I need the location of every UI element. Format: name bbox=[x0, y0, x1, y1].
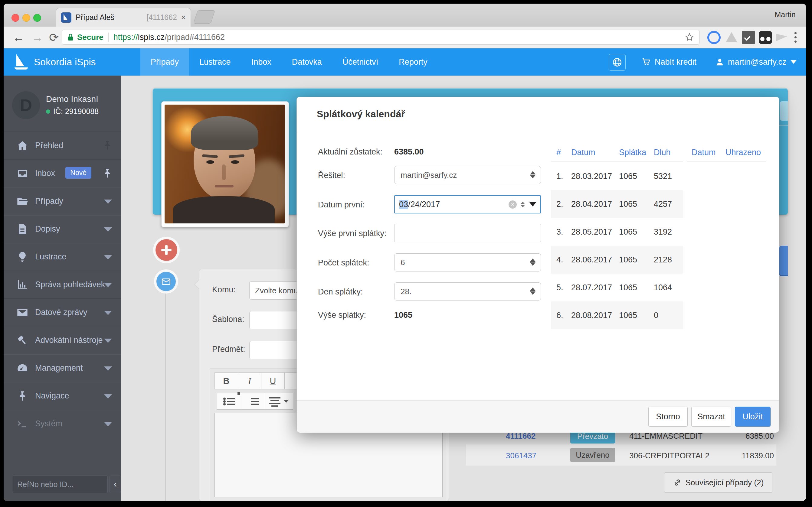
back-button[interactable]: ← bbox=[13, 26, 24, 48]
bullet-list-button[interactable] bbox=[217, 393, 241, 410]
schedule-cell: 5321 bbox=[654, 172, 672, 181]
case-name: 411-EMMASCREDIT bbox=[629, 432, 703, 441]
window-zoom-button[interactable] bbox=[33, 14, 41, 22]
underline-button[interactable]: U bbox=[261, 373, 285, 389]
schedule-row: 4.28.06.201710652128 bbox=[551, 246, 683, 274]
new-tab-button[interactable] bbox=[193, 10, 215, 23]
clear-date-icon[interactable]: × bbox=[509, 201, 517, 209]
chevron-down-icon bbox=[104, 227, 112, 232]
refno-search-input[interactable] bbox=[12, 475, 108, 493]
sidebar-item-datov-zpr-vy[interactable]: Datové zprávy bbox=[4, 298, 121, 326]
browser-profile-name[interactable]: Martin bbox=[775, 10, 796, 19]
pocet-splatek-label: Počet splátek: bbox=[318, 258, 391, 268]
chevron-down-icon bbox=[104, 283, 112, 287]
italic-button[interactable]: I bbox=[238, 373, 261, 389]
date-month-selected: 03 bbox=[399, 200, 408, 209]
sidebar-item-lustrace[interactable]: Lustrace bbox=[4, 243, 121, 271]
new-badge: Nové bbox=[65, 167, 91, 179]
status-dot-icon bbox=[46, 109, 50, 114]
schedule-header-datum[interactable]: Datum bbox=[571, 148, 595, 157]
buy-credit-button[interactable]: Nabít kredit bbox=[641, 48, 697, 75]
nav-item-p-pady[interactable]: Případy bbox=[140, 48, 189, 75]
bookmark-star-icon[interactable] bbox=[684, 32, 694, 42]
reload-button[interactable]: ⟳ bbox=[49, 26, 59, 48]
schedule-header-dluh[interactable]: Dluh bbox=[654, 148, 671, 157]
sidebar-item-dopisy[interactable]: Dopisy bbox=[4, 215, 121, 243]
main-menu: PřípadyLustraceInboxDatovkaÚčetnictvíRep… bbox=[140, 48, 438, 75]
language-globe-button[interactable] bbox=[609, 54, 626, 71]
case-header-button[interactable] bbox=[780, 101, 788, 121]
sidebar-item-label: Advokátní nástroje bbox=[35, 327, 103, 354]
sidebar-item-label: Případy bbox=[35, 187, 63, 215]
payments-header-datum[interactable]: Datum bbox=[692, 148, 716, 157]
page-primary-button-partial[interactable] bbox=[779, 246, 788, 276]
window-minimize-button[interactable] bbox=[22, 14, 30, 22]
extension-drive-icon[interactable] bbox=[725, 31, 738, 44]
bold-button[interactable]: B bbox=[214, 373, 238, 389]
org-name: Demo Inkasní bbox=[46, 94, 98, 104]
sidebar-item-p-ehled[interactable]: Přehled bbox=[4, 131, 121, 159]
vyse-prvni-input[interactable] bbox=[394, 224, 541, 242]
den-splatky-select[interactable]: 28. bbox=[394, 282, 541, 300]
sidebar-item-label: Systém bbox=[35, 410, 62, 438]
related-cases-button[interactable]: Související případy (2) bbox=[664, 472, 772, 493]
browser-tab[interactable]: Případ Aleš [4111662 × bbox=[56, 8, 191, 26]
nav-item-etnictv[interactable]: Účetnictví bbox=[332, 48, 389, 75]
ulozit-button[interactable]: Uložit bbox=[735, 407, 770, 427]
datum-prvni-input[interactable]: 03 /24/2017 × bbox=[394, 195, 541, 214]
date-spinner-icon[interactable] bbox=[520, 201, 525, 208]
sidebar-item-navigace[interactable]: Navigace bbox=[4, 382, 121, 410]
schedule-cell: 1064 bbox=[654, 283, 672, 292]
calendar-dropdown-icon[interactable] bbox=[529, 202, 536, 207]
sidebar-item-spr-va-pohled-vek[interactable]: Správa pohledávek bbox=[4, 271, 121, 298]
schedule-cell: 28.06.2017 bbox=[571, 255, 612, 265]
storno-button[interactable]: Storno bbox=[648, 407, 688, 427]
sidebar-item-p-pady[interactable]: Případy bbox=[4, 187, 121, 215]
browser-window: Případ Aleš [4111662 × Martin ← → ⟳ Secu… bbox=[4, 4, 806, 501]
modal-header-divider bbox=[297, 131, 779, 131]
case-header-divider bbox=[779, 125, 788, 125]
window-close-button[interactable] bbox=[11, 14, 19, 22]
timeline-add-button[interactable] bbox=[155, 239, 177, 261]
nav-item-datovka[interactable]: Datovka bbox=[282, 48, 332, 75]
extension-send-icon[interactable] bbox=[776, 31, 789, 44]
schedule-header-splatka[interactable]: Splátka bbox=[619, 148, 646, 157]
case-id-link[interactable]: 3061437 bbox=[506, 451, 537, 460]
pin-icon[interactable] bbox=[102, 167, 113, 179]
smazat-button[interactable]: Smazat bbox=[691, 407, 731, 427]
chevron-down-icon bbox=[104, 367, 112, 371]
sidebar-collapse-button[interactable]: ‹ bbox=[109, 475, 121, 493]
case-row[interactable]: 3061437 Uzavřeno 306-CREDITPORTAL2 11839… bbox=[466, 444, 776, 465]
lock-icon bbox=[67, 33, 74, 42]
app-logo[interactable]: Sokordia iSpis bbox=[13, 48, 96, 75]
sidebar-item-syst-m[interactable]: Systém bbox=[4, 410, 121, 438]
tab-close-icon[interactable]: × bbox=[181, 13, 186, 22]
pocet-splatek-select[interactable]: 6 bbox=[394, 253, 541, 272]
sidebar-item-inbox[interactable]: InboxNové bbox=[4, 159, 121, 187]
numbered-list-button[interactable] bbox=[241, 393, 265, 410]
url-bar[interactable]: Secure https://ispis.cz/pripad#4111662 bbox=[62, 30, 700, 45]
nav-item-reporty[interactable]: Reporty bbox=[389, 48, 438, 75]
nav-item-inbox[interactable]: Inbox bbox=[241, 48, 282, 75]
schedule-cell: 2128 bbox=[654, 255, 672, 265]
case-id-link[interactable]: 4111662 bbox=[506, 432, 536, 441]
chevron-down-icon bbox=[104, 394, 112, 398]
extension-sync-icon[interactable] bbox=[707, 31, 721, 44]
payments-header-uhrazeno[interactable]: Uhrazeno bbox=[725, 148, 761, 157]
browser-menu-icon[interactable] bbox=[794, 31, 797, 44]
chevron-down-icon bbox=[104, 255, 112, 260]
resitel-select[interactable]: martin@sarfy.cz bbox=[394, 166, 541, 184]
folder-icon bbox=[16, 195, 29, 208]
modal-footer: Storno Smazat Uložit bbox=[297, 400, 779, 433]
forward-button[interactable]: → bbox=[32, 26, 43, 48]
timeline-mail-button[interactable] bbox=[156, 272, 176, 291]
user-menu[interactable]: martin@sarfy.cz bbox=[715, 48, 797, 75]
extension-inbox-icon[interactable] bbox=[742, 31, 755, 44]
pin-icon[interactable] bbox=[102, 140, 113, 151]
sidebar-item-advok-tn-n-stroje[interactable]: Advokátní nástroje bbox=[4, 326, 121, 354]
extension-robot-icon[interactable] bbox=[759, 31, 772, 44]
sidebar-item-management[interactable]: Management bbox=[4, 354, 121, 382]
site-favicon-icon bbox=[61, 12, 71, 23]
align-button[interactable] bbox=[265, 393, 293, 410]
nav-item-lustrace[interactable]: Lustrace bbox=[189, 48, 241, 75]
